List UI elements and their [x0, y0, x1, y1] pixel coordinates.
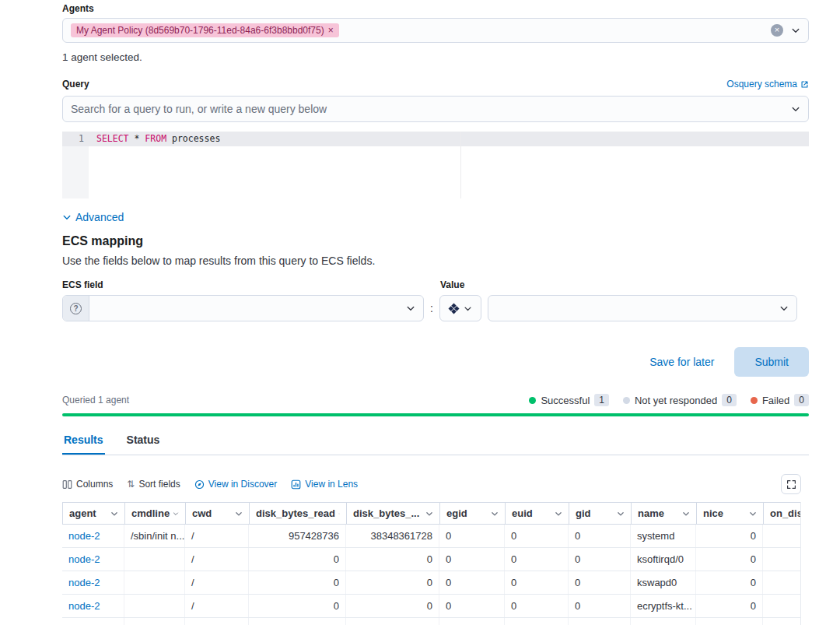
table-row: node-2/00000ksoftirqd/00: [62, 548, 800, 571]
agent-link-cell[interactable]: node-2: [62, 618, 124, 625]
column-header-euid[interactable]: euid: [506, 503, 569, 524]
sort-icon: ⇅: [127, 479, 135, 490]
query-progress-bar: [62, 413, 809, 416]
sql-editor[interactable]: 1 SELECT * FROM processes: [62, 132, 809, 198]
agents-selected-text: 1 agent selected.: [62, 51, 809, 63]
query-search-input[interactable]: [71, 103, 791, 115]
sql-keyword: FROM: [145, 133, 166, 144]
grid-cell: /sbin/init n...: [124, 525, 185, 547]
failed-status: Failed 0: [751, 394, 809, 406]
grid-cell: 0: [346, 548, 439, 571]
grid-cell: 0: [505, 618, 569, 625]
agent-link-cell[interactable]: node-2: [62, 548, 124, 571]
tab-results[interactable]: Results: [62, 427, 105, 455]
advanced-toggle[interactable]: Advanced: [62, 211, 124, 223]
success-dot-icon: [529, 397, 536, 404]
chevron-down-icon: [235, 510, 243, 518]
column-header-cmdline[interactable]: cmdline: [125, 503, 186, 524]
ecs-value-combobox[interactable]: [488, 295, 797, 321]
results-status-tabs: Results Status: [62, 427, 809, 455]
results-table-section: Columns ⇅ Sort fields View in Discover V…: [62, 474, 801, 625]
agent-policy-badge[interactable]: My Agent Policy (8d569b70-1796-11ed-84a6…: [71, 23, 339, 37]
value-type-select[interactable]: [439, 295, 481, 321]
columns-button[interactable]: Columns: [62, 479, 113, 490]
chevron-down-icon[interactable]: [779, 304, 789, 313]
queried-agents-text: Queried 1 agent: [62, 395, 129, 406]
grid-cell: 0: [439, 595, 505, 617]
grid-cell: 0: [569, 618, 631, 625]
osquery-schema-link[interactable]: Osquery schema: [726, 79, 809, 90]
save-for-later-button[interactable]: Save for later: [649, 356, 714, 368]
ecs-field-combobox[interactable]: ?: [62, 295, 424, 321]
chevron-down-icon[interactable]: [791, 104, 800, 114]
grid-cell: 0: [346, 618, 439, 625]
column-header-egid[interactable]: egid: [440, 503, 506, 524]
ecs-mapping-heading: ECS mapping: [62, 234, 809, 248]
editor-line-number: 1: [62, 132, 84, 146]
clear-selection-icon[interactable]: ×: [771, 24, 783, 37]
agent-link-cell[interactable]: node-2: [62, 571, 124, 594]
grid-cell: /: [185, 548, 249, 571]
agents-combobox[interactable]: My Agent Policy (8d569b70-1796-11ed-84a6…: [62, 18, 809, 43]
column-header-on_disk[interactable]: on_disk: [764, 503, 801, 524]
ecs-value-input[interactable]: [496, 302, 779, 314]
column-header-agent[interactable]: agent: [63, 503, 125, 524]
grid-cell: [763, 571, 801, 594]
grid-cell: systemd: [631, 525, 696, 547]
grid-cell: 0: [696, 525, 763, 547]
failed-dot-icon: [751, 397, 758, 404]
question-icon: ?: [70, 303, 82, 314]
query-search-combobox[interactable]: [62, 96, 809, 122]
not-yet-responded-status: Not yet responded 0: [623, 394, 737, 406]
sql-keyword: SELECT: [96, 133, 129, 144]
osquery-schema-link-label: Osquery schema: [726, 79, 797, 90]
chevron-down-icon[interactable]: [791, 26, 800, 35]
chevron-down-icon[interactable]: [464, 304, 472, 313]
ecs-separator: :: [430, 302, 433, 314]
view-in-discover-label: View in Discover: [208, 479, 277, 490]
column-header-name[interactable]: name: [632, 503, 697, 524]
ecs-field-input[interactable]: [89, 302, 406, 314]
grid-cell: 0: [696, 595, 763, 617]
grid-cell: 38348361728: [346, 525, 439, 547]
sort-fields-button-label: Sort fields: [138, 479, 180, 490]
sort-fields-button[interactable]: ⇅ Sort fields: [127, 479, 180, 490]
agent-policy-badge-label: My Agent Policy (8d569b70-1796-11ed-84a6…: [76, 25, 324, 36]
column-header-disk_bytes_read[interactable]: disk_bytes_read: [250, 503, 347, 524]
grid-cell: [124, 571, 185, 594]
column-header-nice[interactable]: nice: [697, 503, 764, 524]
grid-cell: /: [185, 571, 249, 594]
column-header-cwd[interactable]: cwd: [186, 503, 250, 524]
sql-table-name: processes: [172, 133, 220, 144]
agent-link-cell[interactable]: node-2: [62, 525, 124, 547]
agent-link-cell[interactable]: node-2: [62, 595, 124, 617]
view-in-discover-link[interactable]: View in Discover: [194, 479, 277, 490]
grid-cell: 0: [249, 595, 346, 617]
pending-dot-icon: [623, 397, 630, 404]
table-row: node-2/sbin/init n.../957428736383483617…: [62, 525, 800, 548]
grid-cell: 0: [439, 571, 505, 594]
grid-cell: [763, 618, 801, 625]
chevron-down-icon[interactable]: [406, 304, 415, 313]
tab-status[interactable]: Status: [125, 427, 162, 455]
grid-cell: [763, 548, 801, 571]
column-header-gid[interactable]: gid: [569, 503, 632, 524]
grid-cell: [124, 618, 185, 625]
grid-cell: ecryptfs-kt...: [631, 595, 696, 617]
view-in-lens-link[interactable]: View in Lens: [291, 479, 358, 490]
remove-policy-icon[interactable]: ×: [328, 25, 334, 36]
chevron-down-icon: [425, 510, 433, 518]
fullscreen-button[interactable]: [781, 474, 801, 494]
column-header-disk_bytes_...[interactable]: disk_bytes_...: [347, 503, 440, 524]
grid-cell: 0: [505, 548, 569, 571]
editor-code-line[interactable]: SELECT * FROM processes: [96, 132, 220, 146]
table-row: node-2/00000ecryptfs-kt...0: [62, 595, 800, 618]
grid-cell: 0: [505, 525, 569, 547]
chevron-down-icon: [110, 510, 118, 518]
lens-icon: [291, 479, 301, 490]
view-in-lens-label: View in Lens: [305, 479, 358, 490]
submit-button[interactable]: Submit: [734, 347, 809, 377]
grid-cell: kswapd0: [631, 571, 696, 594]
grid-cell: 0: [505, 571, 569, 594]
advanced-label: Advanced: [75, 211, 124, 223]
